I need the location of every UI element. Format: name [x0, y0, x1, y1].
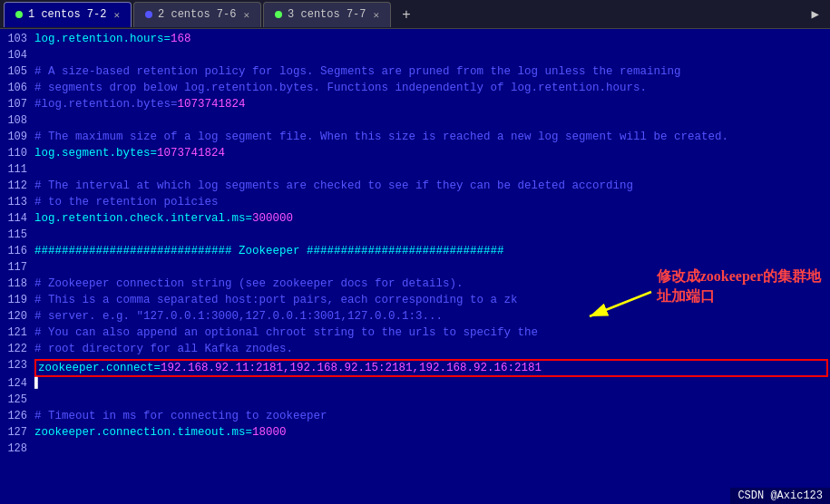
- line-128: 128: [0, 442, 830, 459]
- tab-nav-right[interactable]: ▶: [805, 6, 826, 22]
- line-113: 113 # to the retention policies: [0, 196, 830, 212]
- line-num-104: 104: [2, 49, 34, 62]
- line-content-103: log.retention.hours=168: [34, 33, 828, 45]
- line-content-109: # The maximum size of a log segment file…: [34, 131, 828, 143]
- line-num-110: 110: [2, 147, 34, 160]
- line-112: 112 # The interval at which log segments…: [0, 179, 830, 196]
- line-num-111: 111: [2, 163, 34, 176]
- line-111: 111: [0, 163, 830, 179]
- tab-2-centos-7-6[interactable]: 2 centos 7-6 ✕: [133, 2, 261, 27]
- tab-1-centos-7-2[interactable]: 1 centos 7-2 ✕: [4, 2, 132, 27]
- line-106: 106 # segments drop below log.retention.…: [0, 82, 830, 98]
- line-num-121: 121: [2, 326, 34, 339]
- tab-bar: 1 centos 7-2 ✕ 2 centos 7-6 ✕ 3 centos 7…: [0, 0, 830, 29]
- line-content-113: # to the retention policies: [34, 196, 828, 208]
- line-127: 127 zookeeper.connection.timeout.ms=1800…: [0, 426, 830, 442]
- line-110: 110 log.segment.bytes=1073741824: [0, 147, 830, 163]
- line-content-127: zookeeper.connection.timeout.ms=18000: [34, 426, 828, 439]
- line-content-124: ▌: [34, 377, 828, 390]
- line-content-123: zookeeper.connect=192.168.92.11:2181,192…: [34, 359, 828, 377]
- line-content-106: # segments drop below log.retention.byte…: [34, 82, 828, 94]
- line-num-112: 112: [2, 179, 34, 192]
- line-num-124: 124: [2, 377, 34, 390]
- line-num-123: 123: [2, 359, 34, 372]
- line-num-103: 103: [2, 33, 34, 45]
- line-num-105: 105: [2, 65, 34, 78]
- annotation-text: 修改成zookeeper的集群地址加端口: [657, 267, 821, 307]
- line-num-128: 128: [2, 442, 34, 455]
- line-content-114: log.retention.check.interval.ms=300000: [34, 212, 828, 225]
- bottom-bar: CSDN @Axic123: [730, 488, 830, 504]
- bottom-bar-text: CSDN @Axic123: [737, 489, 823, 502]
- line-num-127: 127: [2, 426, 34, 439]
- tab2-close[interactable]: ✕: [243, 9, 249, 21]
- line-116: 116 ############################# Zookee…: [0, 245, 830, 261]
- line-content-110: log.segment.bytes=1073741824: [34, 147, 828, 160]
- line-107: 107 #log.retention.bytes=1073741824: [0, 98, 830, 114]
- line-content-126: # Timeout in ms for connecting to zookee…: [34, 410, 828, 422]
- line-103: 103 log.retention.hours=168: [0, 33, 830, 49]
- line-num-115: 115: [2, 228, 34, 241]
- line-num-113: 113: [2, 196, 34, 208]
- tab2-dot: [145, 11, 152, 18]
- line-122: 122 # root directory for all Kafka znode…: [0, 343, 830, 359]
- line-content-105: # A size-based retention policy for logs…: [34, 65, 828, 78]
- annotation-arrow: [581, 285, 653, 321]
- line-num-106: 106: [2, 82, 34, 94]
- line-num-114: 114: [2, 212, 34, 225]
- line-num-120: 120: [2, 310, 34, 323]
- line-num-109: 109: [2, 131, 34, 143]
- line-content-121: # You can also append an optional chroot…: [34, 326, 828, 339]
- line-num-117: 117: [2, 261, 34, 274]
- line-108: 108: [0, 114, 830, 131]
- tab3-close[interactable]: ✕: [374, 9, 380, 21]
- tab3-dot: [275, 11, 282, 18]
- line-123: 123 zookeeper.connect=192.168.92.11:2181…: [0, 359, 830, 377]
- line-125: 125: [0, 393, 830, 410]
- line-115: 115: [0, 228, 830, 245]
- annotation: 修改成zookeeper的集群地址加端口: [581, 267, 821, 321]
- tab1-dot: [15, 11, 23, 18]
- line-109: 109 # The maximum size of a log segment …: [0, 131, 830, 147]
- line-num-108: 108: [2, 114, 34, 127]
- line-content-112: # The interval at which log segments are…: [34, 179, 828, 192]
- line-content-122: # root directory for all Kafka znodes.: [34, 343, 828, 355]
- line-105: 105 # A size-based retention policy for …: [0, 65, 830, 82]
- tab3-label: 3 centos 7-7: [288, 8, 366, 21]
- tab1-label: 1 centos 7-2: [28, 8, 106, 21]
- add-tab-button[interactable]: +: [393, 3, 419, 26]
- line-num-122: 122: [2, 343, 34, 355]
- line-114: 114 log.retention.check.interval.ms=3000…: [0, 212, 830, 228]
- editor-area: 103 log.retention.hours=168 104 105 # A …: [0, 29, 830, 504]
- line-num-126: 126: [2, 410, 34, 422]
- line-num-125: 125: [2, 393, 34, 406]
- line-124: 124 ▌: [0, 377, 830, 393]
- line-104: 104: [0, 49, 830, 65]
- tab2-label: 2 centos 7-6: [158, 8, 236, 21]
- tab1-close[interactable]: ✕: [113, 9, 120, 21]
- line-content-107: #log.retention.bytes=1073741824: [34, 98, 828, 111]
- line-content-116: ############################# Zookeeper …: [34, 245, 828, 257]
- line-121: 121 # You can also append an optional ch…: [0, 326, 830, 343]
- svg-line-1: [590, 292, 651, 316]
- line-num-116: 116: [2, 245, 34, 257]
- line-126: 126 # Timeout in ms for connecting to zo…: [0, 410, 830, 426]
- line-num-118: 118: [2, 277, 34, 290]
- line-num-119: 119: [2, 294, 34, 306]
- tab-3-centos-7-7[interactable]: 3 centos 7-7 ✕: [263, 2, 391, 27]
- line-num-107: 107: [2, 98, 34, 111]
